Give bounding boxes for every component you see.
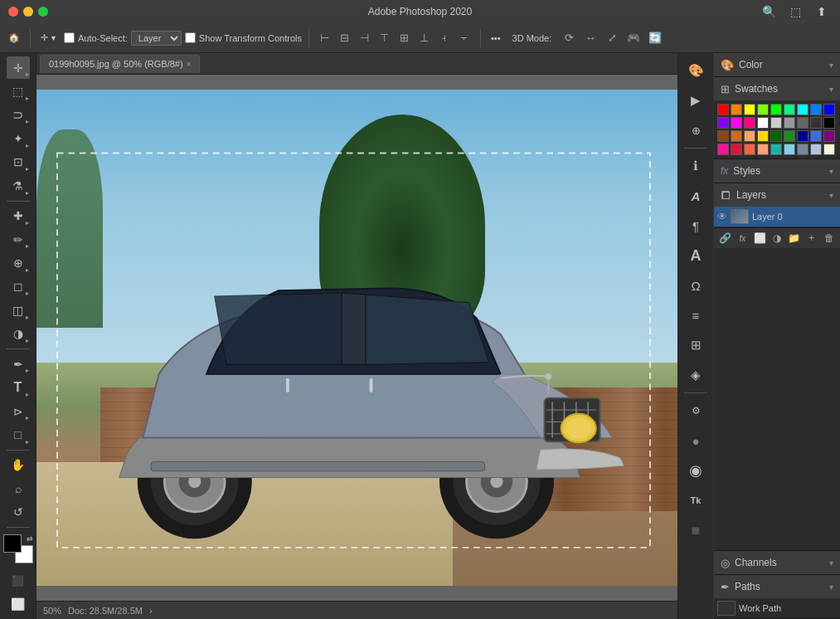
swatch-item[interactable]: [823, 117, 835, 129]
maximize-button[interactable]: [38, 7, 48, 17]
swatch-item[interactable]: [757, 144, 769, 155]
auto-select-checkbox[interactable]: [64, 32, 75, 43]
swatch-item[interactable]: [810, 144, 822, 155]
swatch-item[interactable]: [823, 130, 835, 142]
swatch-item[interactable]: [717, 104, 729, 115]
minimize-button[interactable]: [23, 7, 33, 17]
brush-tool[interactable]: ✏ ▸: [7, 228, 30, 251]
3d-materials-button[interactable]: ◈: [682, 361, 710, 389]
3d-nav-button[interactable]: 🎮: [624, 29, 643, 47]
styles-panel-header[interactable]: fx Styles ▾: [714, 159, 840, 183]
selection-tool[interactable]: ⬚ ▸: [7, 80, 30, 102]
wand-tool[interactable]: ✦ ▸: [7, 127, 30, 149]
3d-move-button[interactable]: ↔: [581, 29, 600, 47]
brush-presets-button[interactable]: 🎨: [682, 56, 710, 85]
layer-fx-button[interactable]: fx: [735, 230, 750, 246]
pen-tool[interactable]: ✒ ▸: [7, 353, 30, 375]
adjustments-button[interactable]: ⚙: [682, 397, 710, 425]
swatch-item[interactable]: [770, 117, 782, 129]
swatch-item[interactable]: [717, 130, 729, 142]
align-top-button[interactable]: ⊤: [376, 29, 394, 47]
quick-mask-button[interactable]: ⬛: [7, 569, 30, 592]
rotate-view-tool[interactable]: ↺: [7, 501, 30, 524]
char-panel-button[interactable]: A: [682, 241, 710, 270]
workspaces-button[interactable]: ⬚: [784, 0, 807, 23]
swatch-item[interactable]: [810, 130, 822, 142]
transform-controls-label[interactable]: Show Transform Controls: [185, 32, 302, 43]
3d-extra-button[interactable]: 🔄: [646, 29, 664, 47]
info-panel-button[interactable]: ℹ: [682, 152, 710, 180]
swatch-item[interactable]: [717, 144, 729, 155]
swatch-item[interactable]: [797, 130, 808, 142]
crop-tool[interactable]: ⊡ ▸: [7, 151, 30, 173]
healing-tool[interactable]: ✚ ▸: [7, 205, 30, 227]
delete-layer-button[interactable]: 🗑: [821, 230, 837, 246]
swatch-item[interactable]: [797, 117, 808, 129]
canvas-container[interactable]: [36, 75, 677, 601]
auto-select-dropdown[interactable]: Layer Group: [131, 31, 182, 46]
swatch-item[interactable]: [744, 117, 755, 129]
path-selection-tool[interactable]: ⊳ ▸: [7, 400, 30, 422]
search-button[interactable]: 🔍: [757, 0, 780, 23]
paragraph-button[interactable]: ¶: [682, 212, 710, 240]
text-tool[interactable]: T ▸: [7, 376, 30, 398]
screen-mode-button[interactable]: ⬜: [7, 593, 30, 616]
align-center-v-button[interactable]: ⊞: [396, 29, 414, 47]
swatch-item[interactable]: [770, 104, 782, 115]
window-controls[interactable]: [8, 7, 48, 17]
hand-tool[interactable]: ✋: [7, 454, 30, 476]
swatch-item[interactable]: [823, 144, 835, 155]
3d-rotate-button[interactable]: ⟳: [560, 29, 578, 47]
status-arrow[interactable]: ›: [149, 606, 153, 616]
shape-tool[interactable]: □ ▸: [7, 423, 30, 446]
channels-panel-header[interactable]: ◎ Channels ▾: [714, 551, 840, 574]
swatch-item[interactable]: [770, 144, 782, 155]
libraries-button[interactable]: ⊞: [682, 331, 710, 359]
swatch-item[interactable]: [784, 117, 795, 129]
swatch-item[interactable]: [823, 104, 835, 115]
swatch-item[interactable]: [810, 104, 822, 115]
work-path-item[interactable]: Work Path: [714, 598, 840, 618]
eraser-tool[interactable]: ◻ ▸: [7, 275, 30, 298]
transform-controls-checkbox[interactable]: [185, 32, 196, 43]
link-layers-button[interactable]: 🔗: [717, 230, 733, 246]
move-tool[interactable]: ✛ ▸: [7, 56, 30, 79]
auto-select-label[interactable]: Auto-Select:: [64, 32, 128, 43]
swatch-item[interactable]: [784, 104, 795, 115]
render-button[interactable]: ◉: [682, 456, 710, 485]
swatch-item[interactable]: [731, 130, 742, 142]
gradient-tool[interactable]: ◫ ▸: [7, 299, 30, 321]
lasso-tool[interactable]: ⊃ ▸: [7, 104, 30, 126]
new-layer-button[interactable]: +: [804, 230, 819, 246]
new-group-button[interactable]: 📁: [786, 230, 802, 246]
add-mask-button[interactable]: ⬜: [752, 230, 768, 246]
color-panel-header[interactable]: 🎨 Color ▾: [714, 53, 840, 76]
close-button[interactable]: [8, 7, 18, 17]
layer-visibility-icon[interactable]: 👁: [717, 211, 727, 222]
layers-panel-header[interactable]: ⧠ Layers ▾: [714, 183, 840, 207]
swatch-item[interactable]: [744, 104, 755, 115]
swatch-item[interactable]: [810, 117, 822, 129]
layer-color-button[interactable]: ■: [682, 516, 710, 544]
align-left-button[interactable]: ⊢: [316, 29, 334, 47]
eyedropper-tool[interactable]: ⚗ ▸: [7, 174, 30, 197]
align-right-button[interactable]: ⊣: [356, 29, 374, 47]
dist-v-button[interactable]: ⫟: [455, 29, 473, 47]
clone-stamp-tool[interactable]: ⊕ ▸: [7, 251, 30, 274]
align-center-h-button[interactable]: ⊟: [336, 29, 354, 47]
close-tab-button[interactable]: ×: [187, 60, 192, 69]
swatch-item[interactable]: [797, 104, 808, 115]
3d-scale-button[interactable]: ⤢: [603, 29, 621, 47]
move-tool-button[interactable]: ✛ ▼: [37, 31, 61, 45]
swatches-panel-header[interactable]: ⊞ Swatches ▾: [714, 77, 840, 100]
swap-colors-icon[interactable]: ⇄: [27, 534, 33, 543]
properties-button[interactable]: ≡: [682, 301, 710, 329]
zoom-tool[interactable]: ⌕: [7, 477, 30, 500]
actions-button[interactable]: ▶: [682, 86, 710, 115]
swatch-item[interactable]: [770, 130, 782, 142]
swatch-item[interactable]: [757, 104, 769, 115]
swatch-item[interactable]: [784, 130, 795, 142]
paths-panel-header[interactable]: ✒ Paths ▾: [714, 575, 840, 598]
fill-circle-button[interactable]: ●: [682, 426, 710, 455]
dist-h-button[interactable]: ⫞: [435, 29, 454, 47]
